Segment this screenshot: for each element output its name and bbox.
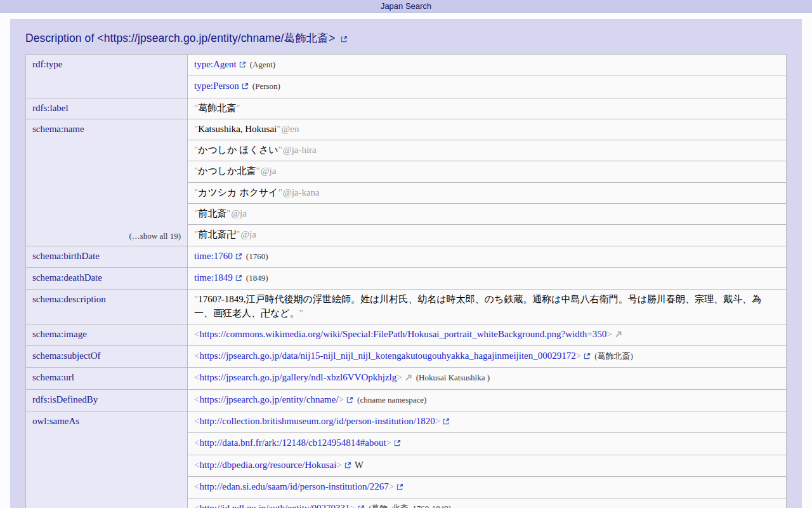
table-row: owl:sameAs(…show all 9)<http://collectio… [26,411,787,433]
angle-bracket: > [386,438,391,448]
top-bar: Japan Search [0,0,812,13]
angle-bracket: > [389,481,394,491]
angle-bracket: > [336,460,341,470]
value-cell: time:1760(1760) [188,246,787,267]
quote-mark: " [236,229,240,239]
external-link-icon[interactable] [344,460,351,471]
property-cell: rdfs:isDefinedBy [26,389,188,411]
external-link-icon[interactable] [235,251,242,262]
external-link-icon[interactable] [235,273,242,283]
external-link-icon[interactable] [346,395,353,405]
table-row: schema:birthDatetime:1760(1760) [26,246,787,267]
property-name-link[interactable]: schema:subjectOf [32,351,100,361]
property-name-link[interactable]: schema:description [32,294,106,304]
uri-link[interactable]: http://edan.si.edu/saam/id/person-instit… [199,481,388,491]
external-link-icon[interactable] [358,504,365,508]
property-name-link[interactable]: rdfs:label [32,103,69,113]
uri-link[interactable]: https://jpsearch.go.jp/gallery/ndl-xbzl6… [199,372,396,382]
uri-link[interactable]: http://data.bnf.fr/ark:/12148/cb12495481… [199,438,386,448]
resource-link[interactable]: type:Agent [194,59,237,69]
show-all-link[interactable]: (…show all 19) [129,231,181,242]
property-cell: rdfs:label [26,98,188,119]
top-bar-title-link[interactable]: Japan Search [381,1,431,11]
external-link-icon[interactable] [242,81,249,91]
property-name-link[interactable]: schema:deathDate [32,272,102,283]
literal-value: 前北斎 [198,208,226,218]
value-comment: (葛飾, 北斎, 1760-1849) [369,504,451,508]
angle-bracket: > [350,503,355,508]
property-cell: schema:name(…show all 19) [26,119,188,246]
value-cell: <http://data.bnf.fr/ark:/12148/cb1249548… [188,433,787,455]
value-cell: type:Person(Person) [188,76,787,98]
table-row: rdfs:isDefinedBy<https://jpsearch.go.jp/… [26,389,787,411]
value-cell: <https://commons.wikimedia.org/wiki/Spec… [188,324,787,345]
language-tag: @ja-kana [283,187,320,197]
literal-value: カツシカ ホクサイ [198,187,278,197]
literal-value: かつしか ほくさい [198,145,278,155]
property-name-link[interactable]: schema:image [32,329,87,339]
value-cell: type:Agent(Agent) [188,55,787,76]
resource-link[interactable]: time:1760 [194,251,233,261]
page-title: Description of <https://jpsearch.go.jp/e… [25,30,787,46]
property-name-link[interactable]: schema:name [32,124,84,134]
description-table-body: rdf:typetype:Agent(Agent)type:Person(Per… [26,55,787,508]
property-name-link[interactable]: owl:sameAs [32,416,79,426]
property-name-link[interactable]: rdfs:isDefinedBy [32,394,98,404]
external-link-icon[interactable] [396,482,403,492]
external-link-icon[interactable] [584,351,591,361]
uri-link[interactable]: https://commons.wikimedia.org/wiki/Speci… [199,329,606,339]
uri-link[interactable]: http://collection.britishmuseum.org/id/p… [199,416,435,426]
goto-arrow-icon[interactable] [405,373,412,383]
resource-link[interactable]: type:Person [194,81,239,91]
value-comment: (Agent) [250,60,275,69]
property-name-link[interactable]: schema:birthDate [32,251,100,261]
property-name-link[interactable]: rdf:type [32,59,62,69]
quote-mark: " [278,187,282,197]
external-link-icon[interactable] [239,60,246,70]
value-cell: "前北斎"@ja [188,204,787,225]
literal-value: 葛飾北斎 [198,103,236,113]
uri-link[interactable]: http://id.ndl.go.jp/auth/entity/00270331 [199,503,350,508]
table-row: schema:subjectOf<https://jpsearch.go.jp/… [26,346,787,368]
angle-bracket: > [396,372,402,382]
angle-bracket: > [435,416,440,426]
value-comment: (葛飾北斎) [594,351,633,361]
resource-link[interactable]: time:1849 [194,272,233,283]
wikipedia-link[interactable]: W [355,460,363,470]
value-comment: (1849) [246,273,268,283]
value-cell: <http://id.ndl.go.jp/auth/entity/0027033… [188,498,787,508]
external-link-icon[interactable] [443,417,450,427]
uri-link[interactable]: https://jpsearch.go.jp/entity/chname/ [199,394,338,404]
value-comment: (1760) [246,251,268,261]
value-cell: <https://jpsearch.go.jp/entity/chname/>(… [188,389,787,411]
value-cell: "かつしか北斎"@ja [188,161,787,182]
value-cell: "1760?-1849,江戸時代後期の浮世絵師。姓は川村氏、幼名は時太郎、のち鉄… [188,290,787,324]
property-cell: owl:sameAs(…show all 9) [26,411,188,508]
property-cell: schema:birthDate [26,246,188,267]
value-cell: <https://jpsearch.go.jp/gallery/ndl-xbzl… [188,368,787,389]
language-tag: @ja [231,208,247,218]
property-name-link[interactable]: schema:url [32,372,74,382]
value-cell: "前北斎卍"@ja [188,225,787,246]
goto-arrow-icon[interactable] [615,330,622,340]
external-link-icon[interactable] [394,438,401,448]
angle-bracket: > [606,329,612,339]
quote-mark: " [236,103,240,113]
table-row: schema:url<https://jpsearch.go.jp/galler… [26,368,787,389]
language-tag: @en [281,124,299,134]
value-cell: <http://dbpedia.org/resource/Hokusai>W [188,455,787,476]
external-link-icon[interactable] [338,32,348,44]
value-cell: "かつしか ほくさい"@ja-hira [188,140,787,161]
quote-mark: " [277,124,280,134]
table-row: schema:image<https://commons.wikimedia.o… [26,324,787,345]
angle-bracket: > [576,351,581,361]
uri-link[interactable]: http://dbpedia.org/resource/Hokusai [199,460,336,470]
uri-link[interactable]: https://jpsearch.go.jp/data/nij15-nijl_n… [199,351,575,361]
value-cell: "葛飾北斎" [188,98,787,119]
entity-uri: <https://jpsearch.go.jp/entity/chname/葛飾… [97,32,335,44]
value-cell: <http://collection.britishmuseum.org/id/… [188,411,787,433]
page-title-prefix: Description of [25,32,97,44]
value-cell: time:1849(1849) [188,267,787,289]
value-comment: (Person) [252,81,280,91]
property-cell: schema:url [26,368,188,389]
